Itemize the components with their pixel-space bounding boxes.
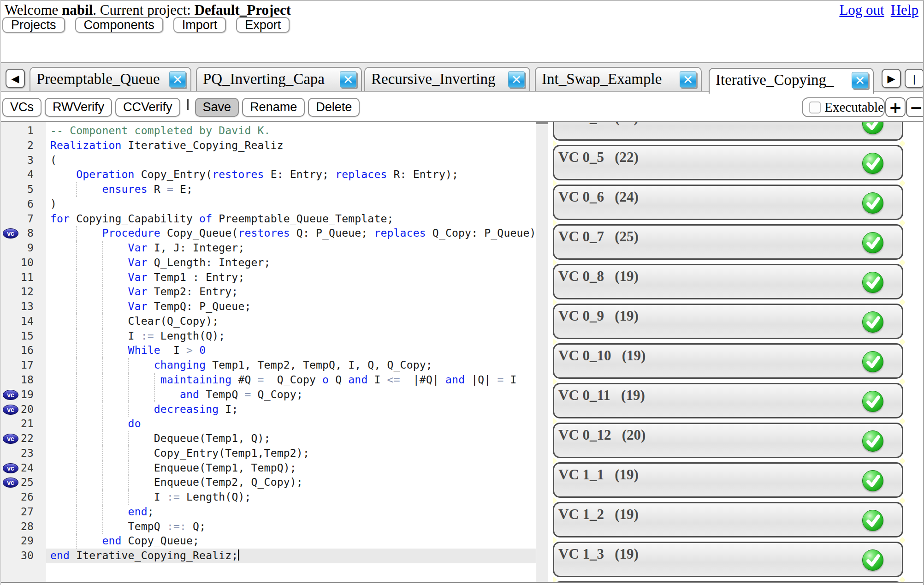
vcs-button[interactable]: VCs xyxy=(2,98,41,117)
vc-item[interactable]: VC 0_8 (19) xyxy=(553,264,903,299)
check-icon xyxy=(862,351,883,372)
indent-guide xyxy=(102,388,103,402)
tabs-scroll-right-button[interactable]: ▶ xyxy=(882,69,901,88)
rename-button[interactable]: Rename xyxy=(242,98,305,117)
indent-guide xyxy=(102,299,103,314)
vc-item-label: VC 0_6 (24) xyxy=(558,189,639,205)
tab-pq_inverting_capa[interactable]: PQ_Inverting_Capa✕ xyxy=(196,67,362,91)
code-line[interactable]: 18maintaining #Q = Q_Copy o Q and I <= |… xyxy=(1,373,536,388)
code-text: Var TempQ: P_Queue; xyxy=(128,299,251,314)
help-link[interactable]: Help xyxy=(891,2,918,18)
components-button[interactable]: Components xyxy=(75,17,163,33)
font-decrease-button[interactable]: − xyxy=(906,97,924,117)
tab-close-button[interactable]: ✕ xyxy=(852,72,868,89)
code-line[interactable]: 3( xyxy=(1,153,536,168)
code-line[interactable]: 13Var TempQ: P_Queue; xyxy=(1,299,536,314)
code-line[interactable]: 4Operation Copy_Entry(restores E: Entry;… xyxy=(1,167,536,182)
indent-guide xyxy=(76,388,77,402)
code-line[interactable]: 10Var Q_Length: Integer; xyxy=(1,256,536,270)
tab-close-button[interactable]: ✕ xyxy=(508,71,525,88)
code-text: and TempQ = Q_Copy; xyxy=(180,388,303,402)
tab-close-button[interactable]: ✕ xyxy=(340,71,356,88)
code-line[interactable]: 21do xyxy=(1,417,536,431)
code-line[interactable]: 29end Copy_Queue; xyxy=(1,534,536,549)
code-text: Var Temp1 : Entry; xyxy=(128,270,245,285)
code-line[interactable]: vc19and TempQ = Q_Copy; xyxy=(1,388,536,402)
code-line[interactable]: 1-- Component completed by David K. xyxy=(1,124,536,138)
vc-item-label: VC 0_12 (20) xyxy=(558,427,646,443)
check-icon xyxy=(862,430,883,452)
tab-recursive_inverting[interactable]: Recursive_Inverting✕ xyxy=(364,67,530,91)
tab-iterative_copying_[interactable]: Iterative_Copying_✕ xyxy=(709,68,874,94)
code-line[interactable]: 11Var Temp1 : Entry; xyxy=(1,270,536,285)
code-line[interactable]: 7for Copying_Capability of Preemptable_Q… xyxy=(1,212,536,227)
indent-guide xyxy=(128,475,129,490)
vc-item[interactable]: VC 0_5 (22) xyxy=(553,145,903,180)
code-line[interactable]: 27end; xyxy=(1,505,536,519)
editor-scrollbar[interactable] xyxy=(536,122,548,582)
tab-close-button[interactable]: ✕ xyxy=(680,71,696,88)
indent-guide xyxy=(102,270,103,285)
projects-button[interactable]: Projects xyxy=(2,17,65,33)
code-editor[interactable]: 1-- Component completed by David K.2Real… xyxy=(1,122,536,582)
font-increase-button[interactable]: + xyxy=(885,97,906,117)
vc-item-label: VC 0_10 (19) xyxy=(558,347,646,364)
executable-checkbox[interactable] xyxy=(809,101,821,113)
vc-item[interactable]: VC 1_1 (19) xyxy=(553,462,903,498)
save-button[interactable]: Save xyxy=(195,98,239,117)
vc-item[interactable]: VC 0_10 (19) xyxy=(553,343,903,379)
indent-guide xyxy=(76,446,77,461)
code-line[interactable]: 30end Iterative_Copying_Realiz; xyxy=(1,549,536,563)
vc-item[interactable]: VC 1_2 (19) xyxy=(553,502,903,537)
line-number: 20 xyxy=(1,402,34,417)
tab-preemptable_queue[interactable]: Preemptable_Queue✕ xyxy=(30,67,191,91)
code-line[interactable]: 9Var I, J: Integer; xyxy=(1,241,536,256)
content-bottom-border xyxy=(1,582,924,583)
code-line[interactable]: vc22Dequeue(Temp1, Q); xyxy=(1,431,536,446)
code-line[interactable]: 28TempQ :=: Q; xyxy=(1,519,536,534)
code-line[interactable]: 2Realization Iterative_Copying_Realiz xyxy=(1,138,536,153)
vc-item[interactable]: VC 0_4 (21) xyxy=(553,122,903,141)
code-text: Var Temp2: Entry; xyxy=(128,285,238,299)
indent-guide xyxy=(102,475,103,490)
tab-int_swap_example[interactable]: Int_Swap_Example✕ xyxy=(535,67,702,91)
vc-item[interactable]: VC 0_11 (19) xyxy=(553,383,903,418)
indent-guide xyxy=(102,314,103,329)
tab-close-button[interactable]: ✕ xyxy=(169,71,186,88)
vc-item[interactable]: VC 0_6 (24) xyxy=(553,185,903,220)
rwverify-button[interactable]: RWVerify xyxy=(45,98,112,117)
delete-button[interactable]: Delete xyxy=(308,98,360,117)
code-line[interactable]: 5ensures R = E; xyxy=(1,182,536,197)
export-button[interactable]: Export xyxy=(236,17,290,33)
code-line[interactable]: 17changing Temp1, Temp2, TempQ, I, Q, Q_… xyxy=(1,358,536,373)
code-line[interactable]: 6) xyxy=(1,197,536,212)
indent-guide xyxy=(76,505,77,519)
code-line[interactable]: vc24Enqueue(Temp1, TempQ); xyxy=(1,461,536,476)
indent-guide xyxy=(76,226,77,241)
code-text: Clear(Q_Copy); xyxy=(128,314,219,329)
code-line[interactable]: 15I := Length(Q); xyxy=(1,329,536,344)
ccverify-button[interactable]: CCVerify xyxy=(115,98,180,117)
vc-item[interactable]: VC 0_7 (25) xyxy=(553,224,903,260)
vc-list: VC 0_4 (21)VC 0_5 (22)VC 0_6 (24)VC 0_7 … xyxy=(553,122,905,582)
indent-guide xyxy=(102,417,103,431)
import-button[interactable]: Import xyxy=(173,17,226,33)
vc-item[interactable]: VC 0_12 (20) xyxy=(553,423,903,458)
check-icon xyxy=(862,470,883,491)
vc-item[interactable]: VC 1_3 (19) xyxy=(553,542,903,577)
tabs-bar-button[interactable]: | xyxy=(905,69,924,88)
code-line[interactable]: 14Clear(Q_Copy); xyxy=(1,314,536,329)
vc-item-label: VC 0_9 (19) xyxy=(558,308,639,324)
code-line[interactable]: vc8Procedure Copy_Queue(restores Q: P_Qu… xyxy=(1,226,536,241)
code-line[interactable]: 23Copy_Entry(Temp1,Temp2); xyxy=(1,446,536,461)
tabs-scroll-left-button[interactable]: ◀ xyxy=(6,69,25,88)
indent-guide xyxy=(102,358,103,373)
code-line[interactable]: 12Var Temp2: Entry; xyxy=(1,285,536,299)
code-line[interactable]: 26I := Length(Q); xyxy=(1,490,536,505)
code-line[interactable]: vc25Enqueue(Temp2, Q_Copy); xyxy=(1,475,536,490)
logout-link[interactable]: Log out xyxy=(839,2,884,18)
code-line[interactable]: 16While I > 0 xyxy=(1,343,536,358)
executable-toggle[interactable]: Executable xyxy=(802,97,885,117)
vc-item[interactable]: VC 0_9 (19) xyxy=(553,304,903,339)
code-line[interactable]: vc20decreasing I; xyxy=(1,402,536,417)
